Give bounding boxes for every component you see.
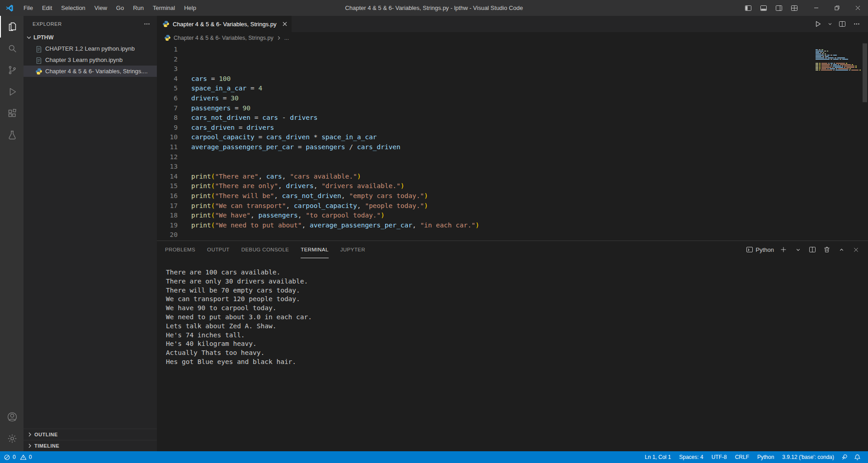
activitybar-settings[interactable] (0, 428, 24, 449)
sidebar-section-outline[interactable]: OUTLINE (24, 429, 157, 440)
line-number[interactable]: 6 (157, 94, 178, 104)
menu-view[interactable]: View (90, 0, 112, 16)
code-text[interactable] (178, 45, 191, 55)
code-text[interactable]: print("There are only", drivers, "driver… (178, 181, 404, 191)
problems-status[interactable]: 0 0 (4, 454, 33, 461)
code-text[interactable]: average_passengers_per_car = passengers … (178, 142, 401, 152)
line-number[interactable]: 4 (157, 74, 178, 84)
code-text[interactable] (178, 162, 191, 172)
menu-file[interactable]: File (19, 0, 38, 16)
activitybar-source-control[interactable] (0, 59, 24, 81)
menu-terminal[interactable]: Terminal (148, 0, 179, 16)
line-number[interactable]: 20 (157, 230, 178, 240)
code-text[interactable]: print("We have", passengers, "to carpool… (178, 211, 385, 221)
tab-close-button[interactable] (283, 22, 287, 26)
panel-tab-output[interactable]: OUTPUT (207, 241, 230, 258)
rocket-icon[interactable] (839, 454, 850, 460)
line-number[interactable]: 8 (157, 113, 178, 123)
code-text[interactable]: cars = 100 (178, 74, 231, 84)
status-eol[interactable]: CRLF (731, 454, 753, 460)
activitybar-extensions[interactable] (0, 103, 24, 124)
activitybar-explorer[interactable] (0, 16, 24, 38)
file-item[interactable]: Chapter 4 & 5 & 6- Variables, Strings...… (24, 66, 157, 77)
line-number[interactable]: 5 (157, 84, 178, 94)
menu-edit[interactable]: Edit (38, 0, 57, 16)
code-text[interactable] (178, 64, 191, 74)
menu-run[interactable]: Run (128, 0, 148, 16)
code-text[interactable]: space_in_a_car = 4 (178, 84, 262, 94)
terminal-profile[interactable]: Python (746, 246, 774, 253)
editor-more-actions-button[interactable] (851, 18, 863, 30)
minimize-button[interactable] (806, 0, 826, 16)
maximize-panel-button[interactable] (836, 245, 846, 255)
scrollbar-thumb[interactable] (863, 43, 867, 102)
split-editor-button[interactable] (836, 18, 848, 30)
notifications-bell-icon[interactable] (851, 454, 863, 461)
code-text[interactable]: print("There are", cars, "cars available… (178, 172, 361, 182)
file-item[interactable]: CHAPTER 1,2 Learn python.ipynb (24, 43, 157, 54)
run-python-file-button[interactable] (812, 18, 824, 30)
line-number[interactable]: 13 (157, 162, 178, 172)
activitybar-testing[interactable] (0, 124, 24, 146)
activitybar-search[interactable] (0, 38, 24, 59)
line-number[interactable]: 19 (157, 221, 178, 231)
line-number[interactable]: 1 (157, 45, 178, 55)
menu-help[interactable]: Help (179, 0, 201, 16)
panel-tab-debug-console[interactable]: DEBUG CONSOLE (241, 241, 289, 258)
toggle-secondary-sidebar-button[interactable] (772, 1, 786, 15)
close-panel-button[interactable] (851, 245, 861, 255)
code-text[interactable] (178, 152, 191, 162)
toggle-panel-button[interactable] (757, 1, 770, 15)
editor-tab-active[interactable]: Chapter 4 & 5 & 6- Variables, Strings.py (157, 16, 292, 32)
line-number[interactable]: 3 (157, 64, 178, 74)
restore-button[interactable] (826, 0, 847, 16)
editor-scrollbar[interactable] (862, 43, 868, 241)
more-actions-icon[interactable] (143, 20, 151, 28)
menu-selection[interactable]: Selection (57, 0, 90, 16)
line-number[interactable]: 12 (157, 152, 178, 162)
line-number[interactable]: 16 (157, 191, 178, 201)
terminal-output[interactable]: There are 100 cars available.There are o… (157, 258, 868, 451)
code-text[interactable]: print("We need to put about", average_pa… (178, 221, 479, 231)
file-item[interactable]: Chapter 3 Learn python.ipynb (24, 54, 157, 66)
line-number[interactable]: 9 (157, 123, 178, 133)
line-number[interactable]: 10 (157, 132, 178, 142)
workspace-folder-row[interactable]: LPTHW (24, 32, 157, 43)
status-cursor-position[interactable]: Ln 1, Col 1 (641, 454, 675, 460)
code-text[interactable]: print("We can transport", carpool_capaci… (178, 201, 428, 211)
code-text[interactable]: passengers = 90 (178, 104, 250, 113)
breadcrumb[interactable]: Chapter 4 & 5 & 6- Variables, Strings.py… (157, 32, 868, 43)
code-text[interactable]: carpool_capacity = cars_driven * space_i… (178, 132, 377, 142)
code-text[interactable]: cars_driven = drivers (178, 123, 274, 133)
status-encoding[interactable]: UTF-8 (708, 454, 731, 460)
new-terminal-button[interactable] (778, 245, 788, 255)
toggle-primary-sidebar-button[interactable] (741, 1, 755, 15)
line-number[interactable]: 11 (157, 142, 178, 152)
kill-terminal-button[interactable] (822, 245, 832, 255)
line-number[interactable]: 18 (157, 211, 178, 221)
panel-tab-problems[interactable]: PROBLEMS (165, 241, 195, 258)
split-terminal-button[interactable] (807, 245, 817, 255)
close-button[interactable] (847, 0, 868, 16)
code-text[interactable]: drivers = 30 (178, 94, 239, 104)
activitybar-account[interactable] (0, 406, 24, 428)
run-dropdown-button[interactable] (826, 18, 834, 30)
line-number[interactable]: 2 (157, 55, 178, 65)
menu-go[interactable]: Go (112, 0, 128, 16)
minimap[interactable] (816, 45, 861, 72)
panel-tab-terminal[interactable]: TERMINAL (301, 241, 328, 258)
code-editor[interactable]: 1234cars = 1005space_in_a_car = 46driver… (157, 43, 868, 241)
line-number[interactable]: 14 (157, 172, 178, 182)
panel-tab-jupyter[interactable]: JUPYTER (340, 241, 365, 258)
code-text[interactable]: print("There will be", cars_not_driven, … (178, 191, 428, 201)
customize-layout-button[interactable] (788, 1, 801, 15)
status-indentation[interactable]: Spaces: 4 (675, 454, 707, 460)
code-text[interactable] (178, 55, 191, 65)
activitybar-run-debug[interactable] (0, 81, 24, 103)
line-number[interactable]: 15 (157, 181, 178, 191)
code-text[interactable]: cars_not_driven = cars - drivers (178, 113, 317, 123)
terminal-dropdown-button[interactable] (793, 245, 803, 255)
line-number[interactable]: 7 (157, 104, 178, 113)
status-language-mode[interactable]: Python (754, 454, 778, 460)
line-number[interactable]: 17 (157, 201, 178, 211)
